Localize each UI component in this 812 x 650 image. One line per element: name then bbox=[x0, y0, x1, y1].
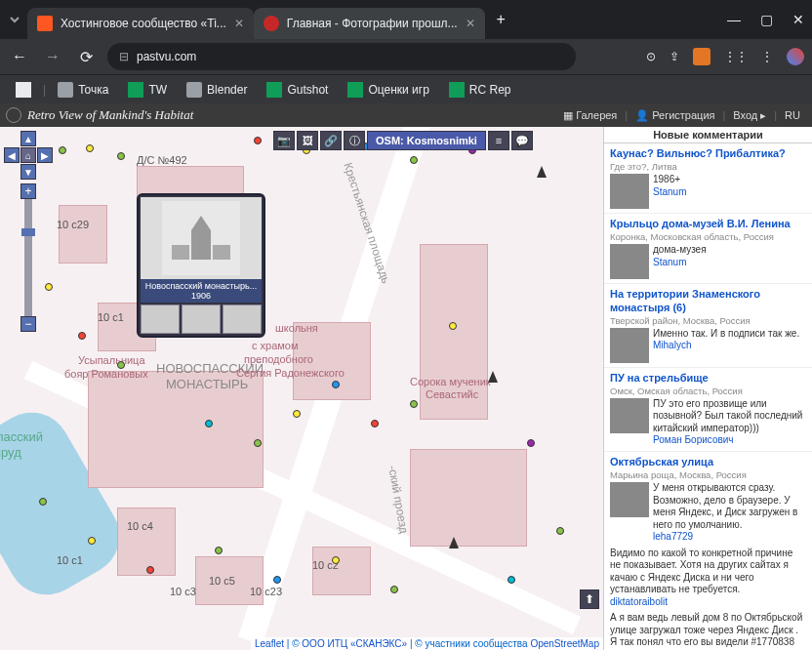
tab-title: Главная - Фотографии прошл... bbox=[287, 17, 458, 30]
url-input[interactable]: ⊟ pastvu.com bbox=[107, 43, 576, 70]
menu-icon[interactable]: ⋮ bbox=[761, 50, 773, 63]
comment-item: Крыльцо дома-музей В.И. Ленина Коронка, … bbox=[604, 214, 812, 284]
pan-right-button[interactable]: ▶ bbox=[37, 147, 53, 163]
leaflet-link[interactable]: Leaflet bbox=[255, 638, 284, 649]
language-switch[interactable]: RU bbox=[779, 107, 806, 123]
pan-down-button[interactable]: ▼ bbox=[20, 164, 36, 180]
logo-icon[interactable] bbox=[6, 107, 21, 123]
minimize-button[interactable]: — bbox=[727, 12, 741, 27]
link-button[interactable]: 🔗 bbox=[320, 131, 342, 150]
comment-location: Марьина роща, Москва, Россия bbox=[610, 469, 806, 480]
search-icon[interactable]: ⊙ bbox=[646, 50, 656, 63]
zoom-slider-track[interactable] bbox=[24, 199, 32, 316]
popup-thumbnail[interactable] bbox=[223, 305, 262, 334]
scanex-link[interactable]: ООО ИТЦ «СКАНЭКС» bbox=[302, 638, 407, 649]
register-link[interactable]: 👤 Регистрация bbox=[629, 107, 720, 124]
comment-thumbnail[interactable] bbox=[610, 398, 649, 433]
comment-text: дома-музеяStanum bbox=[653, 244, 806, 279]
zoom-in-button[interactable]: + bbox=[20, 183, 36, 199]
extensions-icon[interactable]: ⋮⋮ bbox=[724, 50, 748, 63]
art-button[interactable]: 🖼 bbox=[297, 131, 318, 150]
favicon-icon bbox=[264, 16, 279, 31]
bookmark-item[interactable]: TW bbox=[120, 79, 175, 101]
comment-user-link[interactable]: leha7729 bbox=[653, 531, 693, 542]
sidebar-heading: Новые комментарии bbox=[604, 127, 812, 143]
bookmark-item[interactable]: Оценки игр bbox=[340, 79, 436, 101]
bookmark-folder[interactable]: Точка bbox=[50, 79, 116, 101]
map-container[interactable]: Д/С №492 Храм Святител Усыпальница бояр … bbox=[0, 127, 603, 650]
url-text: pastvu.com bbox=[137, 50, 196, 63]
map-label: 10 с1 bbox=[57, 554, 83, 566]
map-label: 10 с5 bbox=[209, 575, 235, 587]
site-settings-icon[interactable]: ⊟ bbox=[119, 50, 129, 63]
zoom-pan-control: ▲ ▼ ◀ ▶ ⌂ + − bbox=[4, 131, 53, 332]
browser-tab[interactable]: Хостинговое сообщество «Ti... ✕ bbox=[27, 8, 254, 39]
sheets-icon bbox=[347, 82, 363, 98]
back-button[interactable]: ← bbox=[8, 48, 31, 65]
zoom-out-button[interactable]: − bbox=[20, 316, 36, 332]
map-attribution: Leaflet | © ООО ИТЦ «СКАНЭКС» | © участн… bbox=[251, 637, 603, 650]
comment-item: Октябрьская улица Марьина роща, Москва, … bbox=[604, 452, 812, 650]
comment-item: Каунас? Вильнюс? Прибалтика? Где это?, Л… bbox=[604, 143, 812, 214]
profile-avatar-icon[interactable] bbox=[787, 48, 804, 65]
close-icon[interactable]: ✕ bbox=[234, 17, 244, 30]
pan-home-button[interactable]: ⌂ bbox=[20, 147, 36, 163]
extension-metamask-icon[interactable] bbox=[693, 48, 710, 65]
comment-title-link[interactable]: ПУ на стрельбище bbox=[610, 372, 806, 385]
map-popup[interactable]: Новоспасский монастырь... 1906 bbox=[137, 193, 265, 338]
comment-location: Где это?, Литва bbox=[610, 161, 806, 172]
comment-user-link[interactable]: Mihalych bbox=[653, 340, 691, 350]
browser-tab-active[interactable]: Главная - Фотографии прошл... ✕ bbox=[254, 8, 485, 39]
bookmark-folder[interactable]: Blender bbox=[179, 79, 255, 101]
bookmark-item[interactable]: RC Rep bbox=[441, 79, 519, 101]
share-icon[interactable]: ⇪ bbox=[670, 50, 679, 63]
gallery-link[interactable]: ▦ Галерея bbox=[557, 107, 623, 124]
camera-button[interactable]: 📷 bbox=[273, 131, 295, 150]
maximize-button[interactable]: ▢ bbox=[760, 12, 773, 27]
map-label: Севастийс bbox=[426, 388, 478, 400]
login-link[interactable]: Вход ▸ bbox=[727, 107, 772, 124]
layer-selector[interactable]: OSM: Kosmosnimki bbox=[367, 131, 486, 150]
map-label: Д/С №492 bbox=[137, 154, 187, 166]
forward-button[interactable]: → bbox=[41, 48, 64, 65]
comment-title-link[interactable]: Каунас? Вильнюс? Прибалтика? bbox=[610, 147, 806, 160]
map-tiles[interactable]: Д/С №492 Храм Святител Усыпальница бояр … bbox=[0, 127, 603, 650]
layers-button[interactable]: ≡ bbox=[488, 131, 509, 150]
pan-up-button[interactable]: ▲ bbox=[20, 131, 36, 146]
bookmark-item[interactable]: Gutshot bbox=[259, 79, 336, 101]
comment-title-link[interactable]: Крыльцо дома-музей В.И. Ленина bbox=[610, 218, 806, 230]
comment-user-link[interactable]: diktatoraibolit bbox=[610, 596, 668, 607]
pan-left-button[interactable]: ◀ bbox=[4, 147, 20, 163]
chat-button[interactable]: 💬 bbox=[511, 131, 533, 150]
comment-user-link[interactable]: Stanum bbox=[653, 186, 686, 197]
comment-thumbnail[interactable] bbox=[610, 174, 649, 209]
popup-thumbnail[interactable] bbox=[141, 305, 180, 334]
comment-title-link[interactable]: На территории Знаменского монастыря (6) bbox=[610, 288, 806, 313]
comment-thumbnail[interactable] bbox=[610, 482, 649, 517]
popup-main-image[interactable] bbox=[141, 197, 262, 279]
comment-user-link[interactable]: Роман Борисович bbox=[653, 434, 734, 445]
site-header: Retro View of Mankind's Habitat ▦ Галере… bbox=[0, 103, 812, 127]
sheets-icon bbox=[266, 82, 282, 98]
map-label: бояр Романовых bbox=[64, 368, 148, 380]
apps-button[interactable] bbox=[8, 79, 39, 101]
osm-link[interactable]: OpenStreetMap bbox=[530, 638, 599, 649]
address-bar: ← → ⟳ ⊟ pastvu.com ⊙ ⇪ ⋮⋮ ⋮ bbox=[0, 39, 812, 74]
popup-thumbnail[interactable] bbox=[182, 305, 221, 334]
sheets-icon bbox=[128, 82, 143, 98]
info-button[interactable]: ⓘ bbox=[344, 131, 365, 150]
comment-title-link[interactable]: Октябрьская улица bbox=[610, 456, 806, 468]
site-title: Retro View of Mankind's Habitat bbox=[27, 107, 193, 123]
comment-thumbnail[interactable] bbox=[610, 244, 649, 279]
comment-text: Именно так. И в подписи так же.Mihalych bbox=[653, 328, 806, 363]
close-icon[interactable]: ✕ bbox=[466, 17, 475, 30]
chevron-down-icon[interactable] bbox=[8, 13, 21, 26]
reload-button[interactable]: ⟳ bbox=[74, 48, 98, 66]
comments-sidebar: Новые комментарии Каунас? Вильнюс? Приба… bbox=[603, 127, 812, 650]
comment-user-link[interactable]: Stanum bbox=[653, 257, 686, 267]
scroll-top-button[interactable]: ⬆ bbox=[580, 589, 599, 609]
zoom-slider-handle[interactable] bbox=[21, 228, 35, 236]
close-button[interactable]: ✕ bbox=[792, 12, 804, 27]
new-tab-button[interactable]: + bbox=[497, 11, 506, 28]
comment-thumbnail[interactable] bbox=[610, 328, 649, 363]
